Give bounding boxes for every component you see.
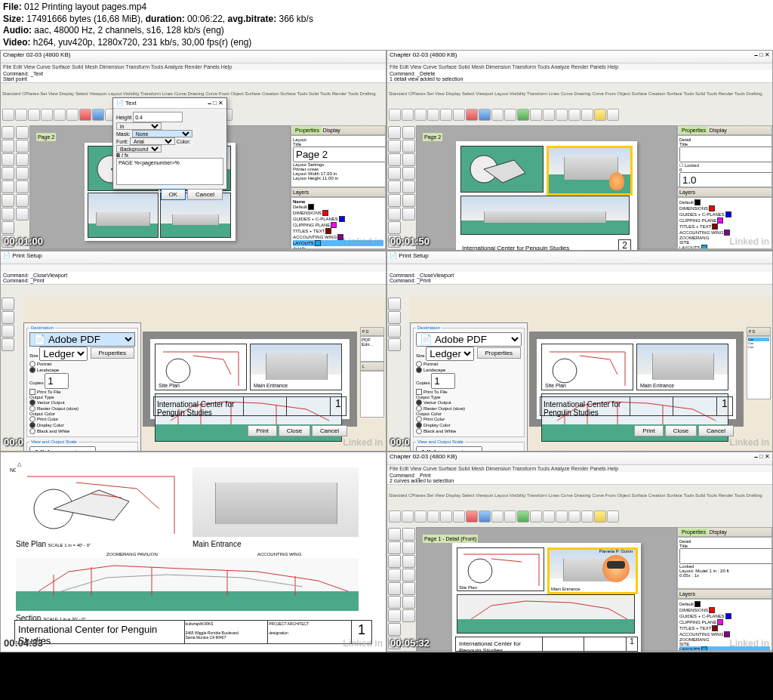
right-panel: Properties Display Layout Title Layout S…: [291, 125, 386, 249]
svg-point-3: [166, 359, 190, 383]
svg-rect-14: [457, 595, 634, 619]
thumb-3: 📄 Print Setup Command: _CloseViewportCom…: [0, 251, 386, 452]
thumb-1: Chapter 02-03 (4800 KB) File Edit View C…: [0, 50, 386, 251]
unit-select[interactable]: in: [116, 122, 162, 130]
timestamp: 00:01:00: [4, 236, 43, 247]
print-button[interactable]: Print: [248, 425, 276, 436]
menubar[interactable]: File Edit View Curve Surface Solid Mesh …: [1, 63, 386, 70]
text-dialog: 📄 Text‒ □ ✕ Height in Mask: None Font: A…: [112, 97, 227, 190]
svg-rect-15: [457, 619, 634, 633]
text-input[interactable]: PAGE %<pagenumber>%: [116, 158, 223, 185]
thumb-6: Chapter 02-03 (4800 KB)‒ □ ✕ File Edit V…: [386, 452, 773, 652]
command-line[interactable]: Command: _TextStart point: [1, 70, 386, 83]
close-button[interactable]: Close: [279, 425, 310, 436]
properties-button[interactable]: Properties: [91, 347, 134, 359]
svg-rect-12: [16, 591, 359, 611]
printer-select[interactable]: 📄 Adobe PDF: [29, 332, 135, 347]
dialog-title: 📄 Text‒ □ ✕: [113, 98, 226, 109]
linkedin-logo: Linked in: [343, 236, 383, 247]
thumb-5-pdf: △NORTH Site Plan SCALE 1 in = 40' - 0" M…: [0, 452, 386, 652]
layers-tab[interactable]: Layers: [291, 187, 386, 197]
height-input[interactable]: [133, 112, 183, 122]
left-toolbar[interactable]: [1, 125, 29, 249]
thumb-2: Chapter 02-03 (4800 KB)‒ □ ✕ File Edit V…: [386, 50, 773, 251]
svg-point-13: [468, 559, 492, 583]
color-select[interactable]: Background: [116, 145, 162, 153]
thumbnail-grid: Chapter 02-03 (4800 KB) File Edit View C…: [0, 50, 773, 652]
print-dialog: Destination 📄 Adobe PDF Size Ledger Prop…: [23, 322, 141, 452]
thumb-4: 📄 Print Setup Command: _CloseViewportCom…: [386, 251, 773, 452]
cancel-button[interactable]: Cancel: [187, 189, 223, 200]
svg-point-7: [553, 359, 577, 383]
window-title: Chapter 02-03 (4800 KB): [1, 51, 386, 63]
file-info-header: File: 012 Printing layout pages.mp4 Size…: [0, 0, 773, 50]
properties-tab[interactable]: Properties Display: [291, 125, 386, 135]
print-preview: Site Plan Main Entrance International Ce…: [143, 331, 357, 427]
cancel-button[interactable]: Cancel: [312, 425, 347, 436]
svg-rect-11: [16, 558, 359, 591]
page-tab[interactable]: Page 2: [36, 133, 56, 141]
mask-select[interactable]: None: [132, 130, 192, 137]
ok-button[interactable]: OK: [161, 189, 186, 200]
font-select[interactable]: Arial: [130, 137, 175, 145]
